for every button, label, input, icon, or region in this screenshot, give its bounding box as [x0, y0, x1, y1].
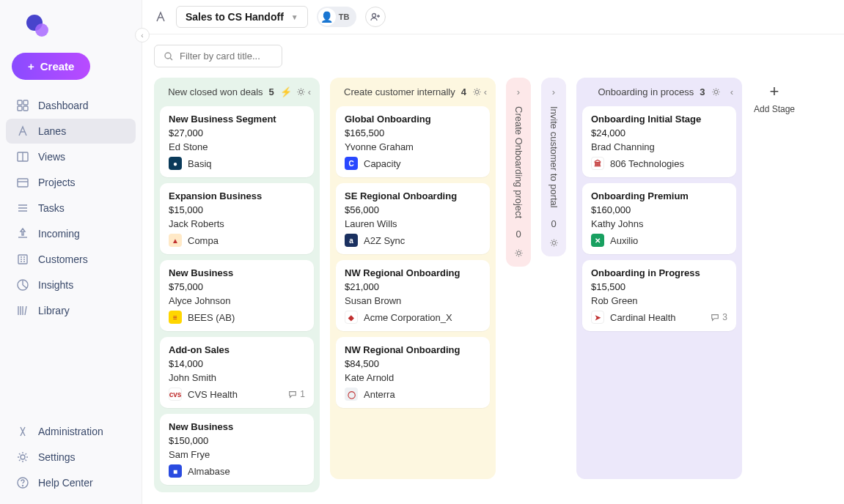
card-footer: ◯ Anterra — [345, 388, 481, 401]
svg-point-17 — [714, 90, 717, 93]
company-icon: 🏛 — [591, 157, 604, 170]
column-header: Onboarding in process 3 ‹ — [582, 85, 736, 100]
column: Onboarding in process 3 ‹ Onboarding Ini… — [576, 78, 742, 479]
sidebar-item-projects[interactable]: Projects — [6, 170, 136, 195]
gear-icon[interactable] — [472, 87, 482, 97]
card-person: Sam Frye — [169, 449, 305, 460]
sidebar-item-incoming[interactable]: Incoming — [6, 221, 136, 246]
sidebar-item-views[interactable]: Views — [6, 144, 136, 169]
sidebar-item-lanes[interactable]: Lanes — [6, 119, 136, 144]
sidebar-item-label: Insights — [38, 279, 73, 291]
card[interactable]: Onboarding in Progress $15,500 Rob Green… — [582, 260, 736, 331]
svg-point-12 — [165, 53, 171, 59]
company-name: Acme Corporation_X — [364, 312, 452, 323]
svg-point-13 — [299, 90, 302, 93]
company-name: Auxilio — [610, 235, 638, 246]
projects-icon — [16, 176, 29, 189]
filter-input[interactable] — [180, 51, 273, 62]
sidebar-item-tasks[interactable]: Tasks — [6, 196, 136, 220]
sidebar-item-insights[interactable]: Insights — [6, 273, 136, 297]
gear-icon[interactable] — [711, 87, 721, 97]
card-title: Onboarding Initial Stage — [591, 114, 727, 125]
lane-selector[interactable]: Sales to CS Handoff ▼ — [176, 6, 308, 28]
card-title: Global Onboarding — [345, 114, 481, 125]
card-amount: $165,500 — [345, 127, 481, 138]
company-icon: cvs — [169, 388, 182, 401]
card-amount: $75,000 — [169, 281, 305, 292]
card[interactable]: Global Onboarding $165,500 Yvonne Graham… — [336, 106, 490, 177]
card-amount: $150,000 — [169, 435, 305, 446]
card[interactable]: Onboarding Initial Stage $24,000 Brad Ch… — [582, 106, 736, 177]
company-name: Capacity — [364, 158, 401, 169]
card-person: Kate Arnold — [345, 372, 481, 383]
sidebar-item-library[interactable]: Library — [6, 298, 136, 323]
add-user-icon — [370, 12, 381, 22]
chevron-left-icon[interactable]: ‹ — [308, 86, 311, 97]
card-title: Onboarding Premium — [591, 190, 727, 201]
views-icon — [16, 150, 29, 163]
sidebar-item-help[interactable]: Help Center — [6, 470, 136, 495]
card-person: Ed Stone — [169, 141, 305, 152]
column-count: 0 — [551, 218, 556, 229]
gear-icon[interactable] — [296, 87, 306, 97]
svg-rect-2 — [18, 106, 22, 111]
bolt-icon: ⚡ — [280, 86, 292, 97]
card[interactable]: NW Regional Onboarding $21,000 Susan Bro… — [336, 260, 490, 331]
card-person: Yvonne Graham — [345, 141, 481, 152]
card-person: Rob Green — [591, 295, 727, 306]
card[interactable]: Add-on Sales $14,000 John Smith cvs CVS … — [160, 337, 314, 408]
filter-input-wrap[interactable] — [154, 45, 282, 67]
sidebar-item-customers[interactable]: Customers — [6, 247, 136, 272]
dashboard-icon — [16, 99, 29, 112]
sidebar-item-dashboard[interactable]: Dashboard — [6, 93, 136, 118]
card-footer: 🏛 806 Technologies — [591, 157, 727, 170]
sidebar-item-administration[interactable]: Administration — [6, 419, 136, 444]
column-collapsed[interactable]: › Invite customer to portal 0 — [541, 78, 566, 256]
sidebar-collapse-handle[interactable]: ‹ — [135, 28, 150, 42]
card[interactable]: Expansion Business $15,000 Jack Roberts … — [160, 183, 314, 254]
search-icon — [164, 51, 174, 62]
column-title: Invite customer to portal — [548, 106, 559, 208]
gear-icon[interactable] — [549, 238, 559, 248]
company-name: Compa — [188, 235, 219, 246]
card-person: Susan Brown — [345, 295, 481, 306]
chevron-left-icon[interactable]: ‹ — [730, 86, 733, 97]
svg-rect-3 — [23, 106, 28, 111]
gear-icon — [16, 451, 29, 464]
comment-count: 3 — [711, 312, 727, 322]
company-icon: ■ — [169, 464, 182, 478]
sidebar-item-settings[interactable]: Settings — [6, 445, 136, 470]
gear-icon[interactable] — [514, 248, 524, 258]
avatar: 👤 — [318, 8, 336, 26]
filter-row — [142, 34, 844, 78]
company-name: Almabase — [188, 466, 230, 477]
card[interactable]: SE Regional Onboarding $56,000 Lauren Wi… — [336, 183, 490, 254]
add-user-button[interactable] — [365, 7, 386, 27]
library-icon — [16, 304, 29, 317]
card-title: SE Regional Onboarding — [345, 190, 481, 201]
user-chip[interactable]: 👤 TB — [317, 7, 357, 27]
card-amount: $84,500 — [345, 358, 481, 369]
column-collapsed[interactable]: › Create Onboarding project 0 — [506, 78, 531, 267]
svg-point-10 — [23, 486, 23, 486]
column-title: Onboarding in process — [598, 86, 694, 97]
add-stage-button[interactable]: +Add Stage — [752, 78, 796, 114]
sidebar-item-label: Settings — [38, 451, 76, 463]
column-title: New closed won deals — [168, 86, 263, 97]
svg-point-14 — [475, 90, 478, 93]
card[interactable]: Onboarding Premium $160,000 Kathy Johns … — [582, 183, 736, 254]
card[interactable]: NW Regional Onboarding $84,500 Kate Arno… — [336, 337, 490, 408]
card-amount: $24,000 — [591, 127, 727, 138]
company-icon: ✕ — [591, 234, 604, 247]
sidebar-item-label: Views — [38, 151, 65, 163]
card-title: Onboarding in Progress — [591, 267, 727, 278]
card-amount: $56,000 — [345, 204, 481, 215]
card[interactable]: New Business Segment $27,000 Ed Stone ● … — [160, 106, 314, 177]
create-label: Create — [40, 60, 75, 73]
create-button[interactable]: + Create — [12, 53, 90, 80]
card[interactable]: New Business $150,000 Sam Frye ■ Almabas… — [160, 414, 314, 485]
incoming-icon — [16, 227, 29, 240]
card[interactable]: New Business $75,000 Alyce Johnson ≡ BEE… — [160, 260, 314, 331]
company-icon: ◆ — [345, 311, 358, 324]
chevron-left-icon[interactable]: ‹ — [484, 86, 487, 97]
